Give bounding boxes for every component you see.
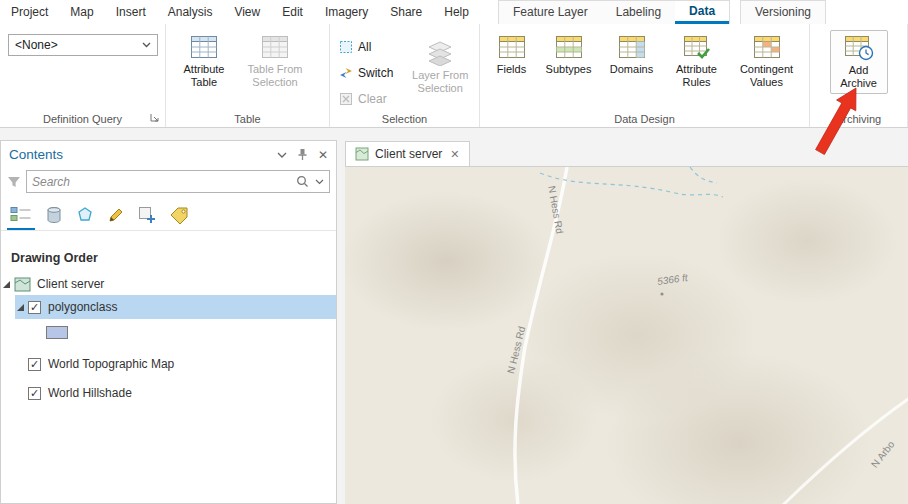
domains-icon — [618, 34, 646, 60]
group-selection: All Switch Clear — [330, 24, 480, 127]
search-input[interactable] — [32, 175, 296, 189]
domains-button[interactable]: Domains — [601, 30, 663, 93]
menu-insert[interactable]: Insert — [105, 0, 157, 24]
attribute-rules-icon — [683, 34, 711, 60]
layer-from-selection-button[interactable]: Layer From Selection — [407, 36, 473, 110]
switch-selection-button[interactable]: Switch — [336, 62, 407, 84]
layer-label[interactable]: World Hillshade — [48, 386, 132, 400]
table-from-selection-button[interactable]: Table From Selection — [238, 30, 312, 93]
clear-selection-label: Clear — [358, 92, 387, 106]
layer-row-world-hillshade[interactable]: ✓ World Hillshade — [1, 382, 336, 404]
attribute-table-label: Attribute Table — [175, 63, 233, 89]
map-tab-client-server[interactable]: Client server ✕ — [345, 141, 470, 166]
contents-panel: Contents ✕ — [0, 140, 337, 504]
feature-layer-tab-group: Feature Layer Labeling Data — [498, 0, 730, 24]
fields-icon — [498, 34, 526, 60]
expander-icon[interactable] — [3, 281, 10, 288]
layer-label[interactable]: World Topographic Map — [48, 357, 174, 371]
expander-icon[interactable] — [17, 304, 24, 311]
menu-imagery[interactable]: Imagery — [314, 0, 379, 24]
table-from-selection-label: Table From Selection — [241, 63, 309, 89]
subtypes-label: Subtypes — [546, 63, 592, 76]
list-by-selection-icon[interactable] — [73, 204, 97, 230]
map-dock: Client server ✕ N Hess Rd N Hess Rd 5366… — [345, 140, 908, 504]
fields-label: Fields — [497, 63, 526, 76]
menu-project[interactable]: Project — [0, 0, 59, 24]
map-view[interactable]: N Hess Rd N Hess Rd 5366 ft N Arbo — [345, 166, 908, 504]
group-label-table: Table — [166, 113, 329, 125]
layer-row-client-server[interactable]: Client server — [1, 273, 336, 295]
layer-label[interactable]: Client server — [37, 277, 104, 291]
list-by-editing-icon[interactable] — [104, 204, 128, 230]
list-by-labeling-icon[interactable] — [166, 204, 192, 230]
close-icon[interactable]: ✕ — [318, 148, 328, 162]
group-label-archiving: Archiving — [810, 113, 907, 125]
tab-labeling[interactable]: Labeling — [602, 1, 675, 24]
menubar: Project Map Insert Analysis View Edit Im… — [0, 0, 908, 24]
select-all-label: All — [358, 40, 371, 54]
symbol-row-polygonclass — [1, 322, 336, 342]
filter-icon[interactable] — [7, 175, 21, 189]
tab-data[interactable]: Data — [675, 1, 729, 24]
tab-versioning[interactable]: Versioning — [741, 1, 825, 24]
add-archive-button[interactable]: Add Archive — [830, 30, 888, 94]
attribute-table-button[interactable]: Attribute Table — [172, 30, 236, 93]
attribute-rules-label: Attribute Rules — [669, 63, 725, 89]
attribute-table-icon — [190, 34, 218, 60]
layer-from-selection-icon — [426, 40, 454, 66]
switch-selection-label: Switch — [358, 66, 393, 80]
contents-search-row — [1, 168, 336, 197]
list-by-snapping-icon[interactable] — [135, 204, 159, 230]
menu-map[interactable]: Map — [59, 0, 104, 24]
chevron-down-icon — [142, 42, 151, 48]
layer-row-polygonclass[interactable]: ✓ polygonclass — [15, 295, 336, 319]
menu-share[interactable]: Share — [379, 0, 433, 24]
chevron-down-icon[interactable] — [277, 152, 287, 158]
attribute-rules-button[interactable]: Attribute Rules — [666, 30, 728, 93]
group-label-definition-query: Definition Query — [0, 113, 165, 125]
layer-from-selection-label: Layer From Selection — [410, 69, 470, 95]
layer-label[interactable]: polygonclass — [48, 300, 117, 314]
polygon-symbol-swatch[interactable] — [46, 326, 68, 339]
switch-selection-icon — [339, 66, 353, 80]
contents-title: Contents — [9, 147, 277, 162]
subtypes-button[interactable]: Subtypes — [540, 30, 598, 93]
ribbon: <None> Definition Query Attribute Table — [0, 24, 908, 128]
fields-button[interactable]: Fields — [487, 30, 537, 93]
layer-row-world-topographic-map[interactable]: ✓ World Topographic Map — [1, 353, 336, 375]
search-icon[interactable] — [296, 175, 309, 188]
close-icon[interactable]: ✕ — [450, 148, 459, 161]
table-from-selection-icon — [261, 34, 289, 60]
contingent-values-button[interactable]: Contingent Values — [731, 30, 803, 93]
map-group-icon — [14, 277, 31, 292]
layer-checkbox[interactable]: ✓ — [28, 301, 41, 314]
group-definition-query: <None> Definition Query — [0, 24, 166, 127]
menu-analysis[interactable]: Analysis — [157, 0, 224, 24]
group-data-design: Fields Subtypes Domains — [480, 24, 810, 127]
layer-checkbox[interactable]: ✓ — [28, 358, 41, 371]
dialog-launcher-icon[interactable] — [149, 112, 161, 124]
contingent-values-label: Contingent Values — [734, 63, 800, 89]
clear-selection-button[interactable]: Clear — [336, 88, 407, 110]
menu-edit[interactable]: Edit — [271, 0, 314, 24]
drawing-order-heading: Drawing Order — [1, 231, 336, 273]
list-by-data-source-icon[interactable] — [42, 204, 66, 230]
group-label-selection: Selection — [330, 113, 479, 125]
definition-query-select[interactable]: <None> — [8, 34, 158, 56]
map-icon — [355, 147, 369, 161]
tab-feature-layer[interactable]: Feature Layer — [499, 1, 602, 24]
map-linework — [345, 167, 908, 504]
pin-icon[interactable] — [297, 148, 308, 161]
subtypes-icon — [555, 34, 583, 60]
layer-checkbox[interactable]: ✓ — [28, 387, 41, 400]
clear-selection-icon — [339, 92, 353, 106]
select-all-button[interactable]: All — [336, 36, 407, 58]
menu-help[interactable]: Help — [433, 0, 480, 24]
chevron-down-icon[interactable] — [315, 179, 324, 185]
menu-view[interactable]: View — [223, 0, 271, 24]
domains-label: Domains — [610, 63, 653, 76]
group-table: Attribute Table Table From Selection Tab… — [166, 24, 330, 127]
add-archive-icon — [844, 34, 874, 61]
list-by-drawing-order-icon[interactable] — [7, 204, 35, 230]
search-box — [26, 170, 330, 193]
